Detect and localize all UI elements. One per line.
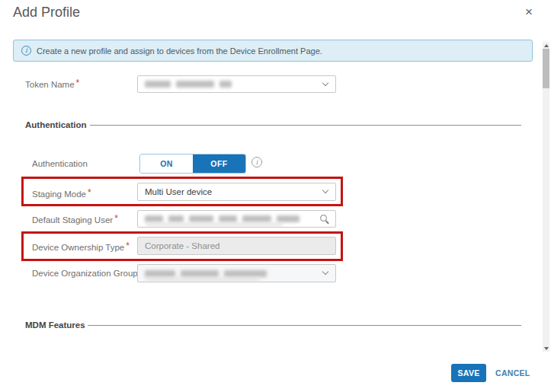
page-title: Add Profile: [13, 5, 80, 21]
device-ownership-type-value: Corporate - Shared: [145, 241, 219, 250]
device-organization-group-dropdown[interactable]: [137, 264, 336, 282]
redacted-text: [277, 215, 300, 222]
redacted-text: [219, 81, 232, 88]
redacted-text: [146, 223, 283, 226]
token-name-label: Token Name*: [25, 79, 79, 90]
chevron-down-icon: [322, 269, 328, 275]
redacted-text: [242, 215, 271, 222]
section-mdm-features: MDM Features: [25, 320, 85, 330]
authentication-label: Authentication: [32, 158, 88, 169]
redacted-text: [145, 81, 171, 88]
info-banner: i Create a new profile and assign to dev…: [13, 40, 533, 62]
search-icon: [320, 215, 327, 221]
required-asterisk: *: [88, 187, 91, 198]
scrollbar-thumb[interactable]: [543, 49, 549, 88]
default-staging-user-input[interactable]: [137, 210, 336, 228]
section-authentication: Authentication: [25, 120, 87, 130]
authentication-info-icon: i: [251, 157, 262, 167]
device-organization-group-label: Device Organization Group*: [32, 268, 143, 279]
staging-mode-value: Multi User device: [145, 187, 212, 196]
chevron-down-icon: [322, 187, 328, 193]
required-asterisk: *: [114, 213, 118, 224]
authentication-toggle: ON OFF: [139, 154, 246, 174]
redacted-text: [189, 215, 213, 222]
redacted-text: [168, 215, 184, 222]
section-divider: [88, 325, 521, 326]
toggle-off-button[interactable]: OFF: [193, 155, 245, 173]
required-asterisk: *: [76, 78, 80, 88]
staging-mode-dropdown[interactable]: Multi User device: [137, 183, 336, 201]
add-profile-dialog: Add Profile × i Create a new profile and…: [0, 0, 551, 392]
redacted-text: [145, 270, 175, 277]
redacted-text: [176, 81, 214, 88]
redacted-text: [224, 270, 267, 277]
staging-mode-label: Staging Mode*: [32, 189, 91, 199]
info-banner-text: Create a new profile and assign to devic…: [37, 46, 322, 56]
redacted-text: [145, 215, 163, 222]
redacted-text: [181, 270, 219, 277]
required-asterisk: *: [126, 241, 130, 251]
section-divider: [90, 125, 521, 126]
redacted-text: [219, 215, 237, 222]
device-ownership-type-field: Corporate - Shared: [137, 237, 336, 255]
toggle-on-button[interactable]: ON: [140, 155, 193, 173]
scroll-down-icon[interactable]: [543, 345, 549, 352]
token-name-dropdown[interactable]: [137, 75, 336, 93]
redacted-text: [146, 278, 260, 281]
save-button[interactable]: SAVE: [451, 364, 486, 382]
close-icon[interactable]: ×: [521, 4, 537, 21]
info-icon: i: [21, 46, 31, 56]
scroll-up-icon[interactable]: [543, 42, 549, 49]
vertical-scrollbar[interactable]: [543, 42, 549, 352]
default-staging-user-label: Default Staging User*: [32, 215, 118, 225]
device-ownership-type-label: Device Ownership Type*: [32, 242, 130, 253]
chevron-down-icon: [322, 79, 328, 85]
cancel-button[interactable]: CANCEL: [495, 364, 530, 382]
